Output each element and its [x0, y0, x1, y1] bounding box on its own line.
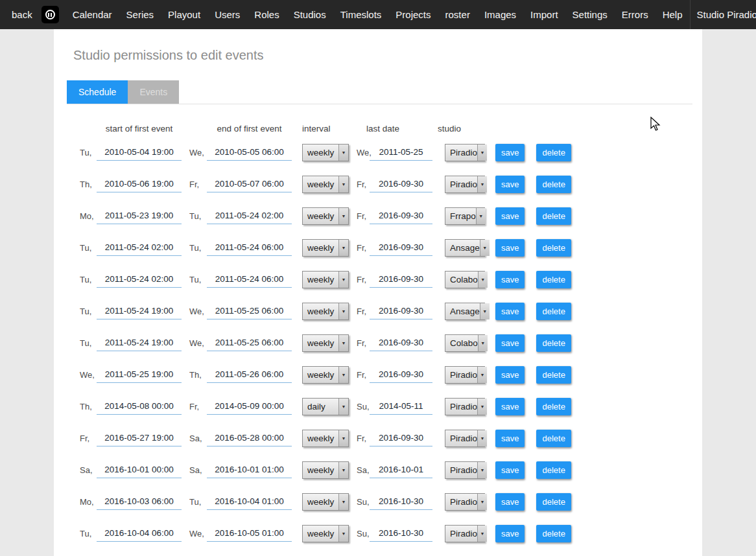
delete-button[interactable]: delete: [536, 366, 571, 384]
interval-select[interactable]: weekly ▼: [302, 493, 349, 511]
last-date-input[interactable]: [370, 367, 432, 383]
end-datetime-input[interactable]: [207, 272, 292, 288]
end-datetime-input[interactable]: [207, 462, 292, 478]
nav-item-calendar[interactable]: Calendar: [65, 9, 119, 20]
delete-button[interactable]: delete: [536, 461, 571, 479]
nav-item-errors[interactable]: Errors: [615, 9, 656, 20]
studio-select[interactable]: Colabo ▼: [445, 334, 485, 352]
nav-item-settings[interactable]: Settings: [565, 9, 615, 20]
interval-select[interactable]: weekly ▼: [302, 303, 349, 320]
delete-button[interactable]: delete: [536, 207, 571, 225]
interval-select[interactable]: weekly ▼: [302, 334, 349, 352]
studio-select[interactable]: Frrapo ▼: [445, 207, 485, 225]
studio-select[interactable]: Piradio ▼: [445, 525, 485, 542]
save-button[interactable]: save: [495, 271, 525, 288]
last-date-input[interactable]: [370, 462, 432, 478]
last-date-input[interactable]: [370, 145, 432, 161]
end-datetime-input[interactable]: [207, 176, 292, 192]
end-datetime-input[interactable]: [207, 367, 292, 383]
save-button[interactable]: save: [495, 525, 525, 542]
back-link[interactable]: back: [12, 9, 32, 20]
nav-item-playout[interactable]: Playout: [161, 9, 207, 20]
start-datetime-input[interactable]: [97, 367, 182, 383]
tab-events[interactable]: Events: [128, 80, 179, 104]
studio-select[interactable]: Ansage ▼: [445, 303, 485, 320]
studio-select[interactable]: Piradio ▼: [445, 366, 485, 384]
interval-select[interactable]: weekly ▼: [302, 461, 349, 479]
interval-select[interactable]: weekly ▼: [302, 239, 349, 257]
studio-select[interactable]: Ansage ▼: [445, 239, 485, 257]
save-button[interactable]: save: [495, 239, 525, 257]
delete-button[interactable]: delete: [536, 303, 571, 320]
nav-item-images[interactable]: Images: [477, 9, 523, 20]
start-datetime-input[interactable]: [97, 272, 182, 288]
end-datetime-input[interactable]: [207, 399, 292, 415]
delete-button[interactable]: delete: [536, 493, 571, 511]
last-date-input[interactable]: [370, 208, 432, 224]
last-date-input[interactable]: [370, 303, 432, 319]
delete-button[interactable]: delete: [536, 176, 571, 193]
delete-button[interactable]: delete: [536, 334, 571, 352]
last-date-input[interactable]: [370, 430, 432, 446]
logo-icon[interactable]: [41, 6, 59, 23]
save-button[interactable]: save: [495, 144, 525, 161]
save-button[interactable]: save: [495, 207, 525, 225]
interval-select[interactable]: weekly ▼: [302, 144, 349, 161]
delete-button[interactable]: delete: [536, 525, 571, 542]
last-date-input[interactable]: [370, 399, 432, 415]
save-button[interactable]: save: [495, 366, 525, 384]
interval-select[interactable]: weekly ▼: [302, 271, 349, 288]
save-button[interactable]: save: [495, 303, 525, 320]
end-datetime-input[interactable]: [207, 335, 292, 351]
nav-item-series[interactable]: Series: [119, 9, 161, 20]
start-datetime-input[interactable]: [97, 430, 182, 446]
last-date-input[interactable]: [370, 176, 432, 192]
save-button[interactable]: save: [495, 398, 525, 415]
last-date-input[interactable]: [370, 526, 432, 542]
start-datetime-input[interactable]: [97, 303, 182, 319]
nav-item-roster[interactable]: roster: [438, 9, 477, 20]
studio-select[interactable]: Colabo ▼: [445, 271, 485, 288]
start-datetime-input[interactable]: [97, 399, 182, 415]
interval-select[interactable]: weekly ▼: [302, 525, 349, 542]
interval-select[interactable]: weekly ▼: [302, 207, 349, 225]
end-datetime-input[interactable]: [207, 240, 292, 256]
last-date-input[interactable]: [370, 240, 432, 256]
studio-select[interactable]: Piradio ▼: [445, 398, 485, 415]
save-button[interactable]: save: [495, 461, 525, 479]
save-button[interactable]: save: [495, 334, 525, 352]
delete-button[interactable]: delete: [536, 430, 571, 447]
start-datetime-input[interactable]: [97, 462, 182, 478]
end-datetime-input[interactable]: [207, 430, 292, 446]
start-datetime-input[interactable]: [97, 208, 182, 224]
end-datetime-input[interactable]: [207, 208, 292, 224]
end-datetime-input[interactable]: [207, 303, 292, 319]
studio-select[interactable]: Piradio ▼: [445, 493, 485, 511]
nav-item-timeslots[interactable]: Timeslots: [333, 9, 389, 20]
nav-item-import[interactable]: Import: [523, 9, 565, 20]
studio-select[interactable]: Piradio ▼: [445, 144, 485, 161]
last-date-input[interactable]: [370, 272, 432, 288]
last-date-input[interactable]: [370, 494, 432, 510]
start-datetime-input[interactable]: [97, 145, 182, 161]
nav-item-studios[interactable]: Studios: [287, 9, 333, 20]
start-datetime-input[interactable]: [97, 176, 182, 192]
nav-item-projects[interactable]: Projects: [388, 9, 438, 20]
studio-dropdown[interactable]: Studio Piradio ▼: [690, 0, 756, 29]
studio-select[interactable]: Piradio ▼: [445, 461, 485, 479]
delete-button[interactable]: delete: [536, 271, 571, 288]
interval-select[interactable]: weekly ▼: [302, 430, 349, 447]
end-datetime-input[interactable]: [207, 526, 292, 542]
save-button[interactable]: save: [495, 176, 525, 193]
save-button[interactable]: save: [495, 430, 525, 447]
delete-button[interactable]: delete: [536, 144, 571, 161]
end-datetime-input[interactable]: [207, 145, 292, 161]
studio-select[interactable]: Piradio ▼: [445, 176, 485, 193]
interval-select[interactable]: daily ▼: [302, 398, 349, 415]
start-datetime-input[interactable]: [97, 240, 182, 256]
interval-select[interactable]: weekly ▼: [302, 366, 349, 384]
start-datetime-input[interactable]: [97, 526, 182, 542]
nav-item-help[interactable]: Help: [656, 9, 690, 20]
save-button[interactable]: save: [495, 493, 525, 511]
start-datetime-input[interactable]: [97, 335, 182, 351]
